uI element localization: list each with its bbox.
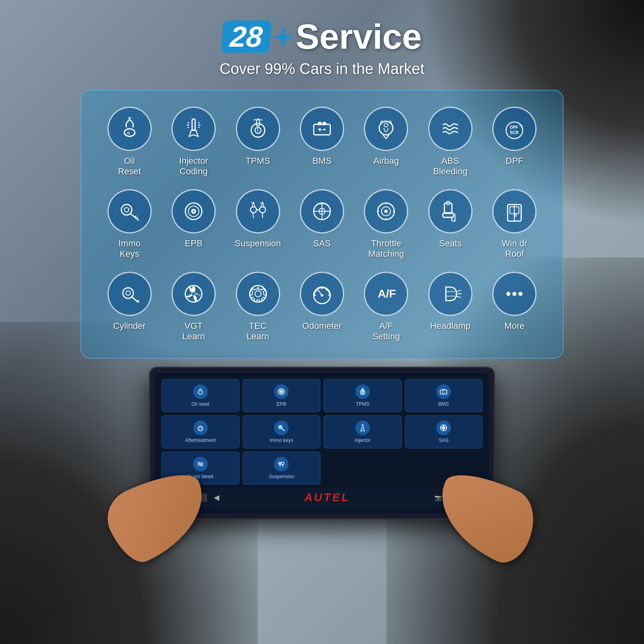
service-grid: ♻ OilReset xyxy=(101,107,543,342)
odometer-icon-circle xyxy=(300,272,344,316)
service-item-suspension[interactable]: Suspension xyxy=(230,189,286,260)
af-setting-label: A/FSetting xyxy=(372,321,400,342)
svg-line-73 xyxy=(326,290,327,291)
tec-learn-icon-circle xyxy=(236,272,280,316)
vgt-learn-label: VGTLearn xyxy=(182,321,205,342)
service-item-cylinder[interactable]: Cylinder xyxy=(101,272,157,342)
more-label: More xyxy=(504,321,524,331)
service-item-vgt-learn[interactable]: VGTLearn xyxy=(165,272,221,342)
odometer-icon xyxy=(310,282,334,306)
service-item-win-dr-roof[interactable]: Win drRoof xyxy=(487,189,543,260)
service-item-seats[interactable]: Seats xyxy=(422,189,478,260)
tablet-screen: Oil reset EPB TPMS xyxy=(155,373,489,514)
tablet-item-epb[interactable]: EPB xyxy=(243,379,321,412)
service-item-airbag[interactable]: Airbag xyxy=(358,107,414,177)
tablet-item-aftertreatment[interactable]: DPFSCR Aftertreatment xyxy=(161,415,239,448)
tablet-item-injector[interactable]: Injector xyxy=(324,415,402,448)
suspension-icon xyxy=(246,199,270,223)
svg-rect-17 xyxy=(323,122,326,125)
header: 28 + Service Cover 99% Cars in the Marke… xyxy=(220,16,425,78)
sas-icon-circle xyxy=(300,189,344,233)
svg-rect-94 xyxy=(440,390,447,394)
oil-reset-icon-circle: ♻ xyxy=(107,107,152,151)
service-item-tec-learn[interactable]: TECLearn xyxy=(230,272,286,342)
tablet-item-bms[interactable]: BMS xyxy=(405,379,483,412)
service-item-dpf[interactable]: DPF SCR DPF xyxy=(487,107,543,177)
tablet-bms-label: BMS xyxy=(438,401,449,407)
service-item-headlamp[interactable]: Headlamp xyxy=(422,272,478,342)
tablet-item-suspension[interactable]: Suspension xyxy=(243,452,321,485)
tablet-injector-icon xyxy=(355,421,370,435)
svg-text:SCR: SCR xyxy=(510,130,519,135)
tec-learn-icon xyxy=(246,282,270,306)
seats-icon xyxy=(438,199,462,223)
main-content: 28 + Service Cover 99% Cars in the Marke… xyxy=(0,0,644,644)
airbag-icon xyxy=(374,117,398,141)
device-container: Oil reset EPB TPMS xyxy=(149,367,495,520)
throttle-matching-icon-circle xyxy=(364,189,408,233)
service-item-immo-keys[interactable]: ImmoKeys xyxy=(101,189,157,260)
abs-bleeding-label: ABSBleeding xyxy=(433,156,468,177)
bms-icon xyxy=(310,117,334,141)
odometer-label: Odometer xyxy=(302,321,342,331)
dpf-label: DPF xyxy=(506,156,523,166)
tablet-immo-keys-label: Immo keys xyxy=(270,438,293,443)
subtitle: Cover 99% Cars in the Market xyxy=(220,60,425,78)
oil-reset-label: OilReset xyxy=(118,156,141,177)
svg-point-104 xyxy=(280,427,281,428)
more-icon-circle xyxy=(492,272,537,316)
svg-rect-96 xyxy=(444,389,445,390)
tec-learn-label: TECLearn xyxy=(246,321,269,342)
tablet-item-immo-keys[interactable]: Immo keys xyxy=(243,415,321,448)
service-item-epb[interactable]: EPB xyxy=(165,189,221,260)
service-item-odometer[interactable]: Odometer xyxy=(294,272,350,342)
svg-line-63 xyxy=(132,297,138,302)
plus-sign: + xyxy=(274,18,293,55)
svg-text:A/F: A/F xyxy=(378,287,396,300)
epb-icon-circle xyxy=(171,189,216,233)
tpms-label: TPMS xyxy=(246,156,270,166)
sas-label: SAS xyxy=(313,238,331,249)
epb-label: EPB xyxy=(185,238,202,249)
bms-icon-circle xyxy=(300,107,344,151)
autel-logo: AUTEL xyxy=(304,491,350,504)
suspension-label: Suspension xyxy=(235,238,281,249)
abs-bleeding-icon-circle xyxy=(428,107,473,151)
tablet-aftertreatment-icon: DPFSCR xyxy=(193,421,208,435)
service-item-throttle-matching[interactable]: ThrottleMatching xyxy=(358,189,414,260)
service-item-tpms[interactable]: ! TPMS xyxy=(230,107,286,177)
dpf-icon-circle: DPF SCR xyxy=(492,107,537,151)
headlamp-icon xyxy=(438,282,462,306)
airbag-label: Airbag xyxy=(374,156,399,166)
service-item-af-setting[interactable]: A/F A/FSetting xyxy=(358,272,414,342)
tablet-tpms-label: TPMS xyxy=(356,401,369,407)
af-setting-icon: A/F xyxy=(374,282,398,306)
throttle-matching-label: ThrottleMatching xyxy=(368,238,404,260)
more-icon xyxy=(502,282,526,306)
vgt-learn-icon-circle xyxy=(171,272,216,316)
service-item-sas[interactable]: SAS xyxy=(294,189,350,260)
oil-reset-icon: ♻ xyxy=(118,117,142,141)
svg-point-34 xyxy=(192,210,195,213)
svg-point-85 xyxy=(519,292,522,295)
svg-point-62 xyxy=(126,291,130,295)
cylinder-label: Cylinder xyxy=(113,321,146,331)
tablet-item-tpms[interactable]: TPMS xyxy=(324,379,402,412)
tablet-item-oil-reset[interactable]: Oil reset xyxy=(161,379,239,412)
service-item-oil-reset[interactable]: ♻ OilReset xyxy=(101,107,157,177)
svg-point-46 xyxy=(385,210,388,213)
svg-point-35 xyxy=(250,207,256,213)
service-item-more[interactable]: More xyxy=(487,272,543,342)
tpms-icon-circle: ! xyxy=(236,107,280,151)
cylinder-icon-circle xyxy=(107,272,152,316)
service-item-bms[interactable]: BMS xyxy=(294,107,350,177)
immo-keys-icon-circle xyxy=(107,189,152,233)
service-item-abs-bleeding[interactable]: ABSBleeding xyxy=(422,107,478,177)
win-dr-roof-icon xyxy=(502,199,526,223)
svg-rect-107 xyxy=(362,425,363,429)
service-item-injector-coding[interactable]: InjectorCoding xyxy=(165,107,221,177)
headlamp-icon-circle xyxy=(428,272,473,316)
injector-coding-label: InjectorCoding xyxy=(179,156,208,177)
tablet-item-sas[interactable]: SAS xyxy=(405,415,483,448)
svg-point-22 xyxy=(384,123,388,127)
